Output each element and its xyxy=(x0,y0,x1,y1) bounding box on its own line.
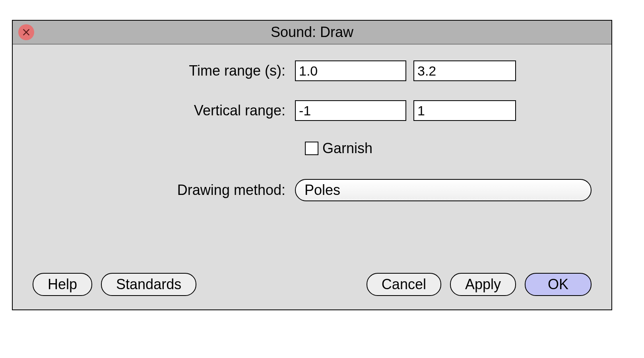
dialog-footer: Help Standards Cancel Apply OK xyxy=(33,273,592,302)
time-range-label: Time range (s): xyxy=(33,62,295,79)
drawing-method-select[interactable]: Poles xyxy=(295,179,592,201)
cancel-button[interactable]: Cancel xyxy=(367,273,441,296)
window-title: Sound: Draw xyxy=(13,24,611,41)
time-range-fields xyxy=(295,60,592,81)
vertical-range-label: Vertical range: xyxy=(33,102,295,119)
body-spacer xyxy=(33,220,592,273)
vertical-range-row: Vertical range: xyxy=(33,100,592,121)
dialog-window: Sound: Draw Time range (s): Vertical ran… xyxy=(12,20,612,310)
titlebar: Sound: Draw xyxy=(13,21,611,45)
time-range-end-input[interactable] xyxy=(413,60,516,81)
standards-button[interactable]: Standards xyxy=(101,273,196,296)
time-range-start-input[interactable] xyxy=(295,60,406,81)
apply-button[interactable]: Apply xyxy=(450,273,516,296)
garnish-row: Garnish xyxy=(33,140,592,157)
vertical-range-start-input[interactable] xyxy=(295,100,406,121)
vertical-range-end-input[interactable] xyxy=(413,100,516,121)
dialog-body: Time range (s): Vertical range: Garnish … xyxy=(13,45,611,309)
garnish-label: Garnish xyxy=(322,140,372,157)
garnish-checkbox[interactable] xyxy=(305,142,318,155)
drawing-method-label: Drawing method: xyxy=(33,182,295,198)
close-icon xyxy=(22,28,31,37)
time-range-row: Time range (s): xyxy=(33,60,592,81)
vertical-range-fields xyxy=(295,100,592,121)
help-button[interactable]: Help xyxy=(33,273,92,296)
drawing-method-row: Drawing method: Poles xyxy=(33,179,592,201)
ok-button[interactable]: OK xyxy=(525,273,592,296)
close-button[interactable] xyxy=(18,24,34,40)
